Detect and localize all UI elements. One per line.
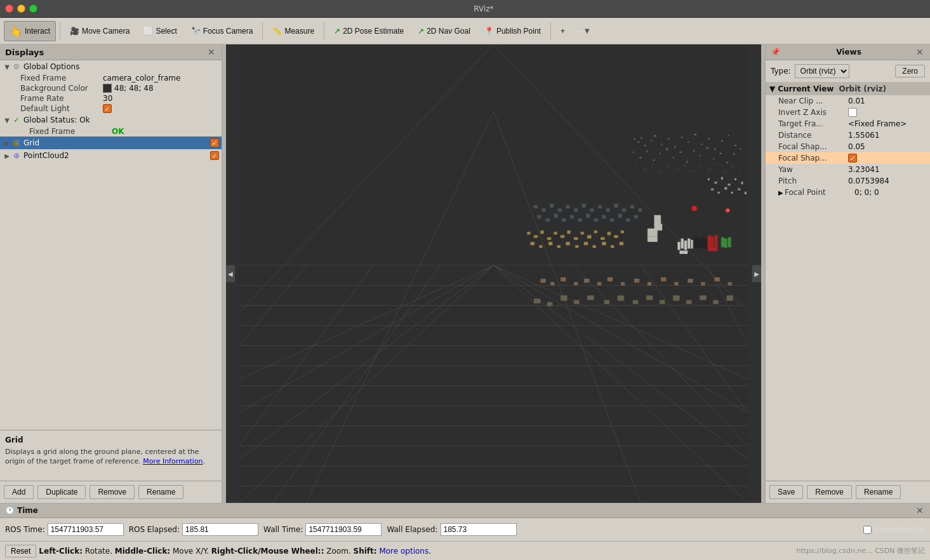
pitch-row: Pitch 0.0753984 <box>766 175 930 187</box>
grid-checkbox[interactable] <box>210 138 219 147</box>
current-view-header[interactable]: ▼ Current View Orbit (rviz) <box>766 83 930 95</box>
svg-rect-75 <box>700 165 702 167</box>
interact-button[interactable]: 👆 Interact <box>4 21 56 41</box>
svg-rect-92 <box>745 192 747 194</box>
default-light-checkbox[interactable] <box>103 104 112 113</box>
3d-viewport[interactable]: ◀ ▶ <box>226 44 761 503</box>
timebar-close-button[interactable]: ✕ <box>915 505 925 516</box>
experimental-checkbox[interactable] <box>863 526 872 534</box>
displays-buttons-area: Add Duplicate Remove Rename <box>0 481 222 503</box>
svg-rect-33 <box>637 142 639 143</box>
svg-rect-40 <box>674 146 675 148</box>
ros-elapsed-input[interactable] <box>182 523 258 536</box>
views-close-button[interactable]: ✕ <box>915 47 925 57</box>
ros-elapsed-group: ROS Elapsed: <box>129 523 258 536</box>
svg-rect-194 <box>602 215 606 218</box>
close-button[interactable] <box>5 4 13 13</box>
svg-rect-112 <box>566 242 569 245</box>
wall-elapsed-input[interactable] <box>441 523 517 536</box>
publish-point-button[interactable]: 📍 Publish Point <box>479 21 547 41</box>
svg-rect-0 <box>239 44 748 503</box>
displays-close-button[interactable]: ✕ <box>206 47 216 57</box>
svg-rect-60 <box>700 155 701 156</box>
focal-shape2-checkbox[interactable] <box>848 154 857 163</box>
frame-rate-label: Frame Rate <box>20 94 103 103</box>
bg-color-swatch <box>103 84 112 93</box>
svg-rect-195 <box>610 218 614 222</box>
svg-rect-69 <box>651 164 654 166</box>
invert-z-checkbox[interactable] <box>848 108 857 117</box>
more-info-link[interactable]: More Information <box>143 457 203 465</box>
distance-value: 1.55061 <box>848 131 925 140</box>
remove-view-button[interactable]: Remove <box>807 485 852 499</box>
near-clip-value: 0.01 <box>848 97 925 105</box>
pointcloud2-item[interactable]: ▶ ⊕ PointCloud2 <box>0 149 222 162</box>
minimize-button[interactable] <box>17 4 25 13</box>
svg-rect-91 <box>738 189 740 190</box>
svg-rect-137 <box>540 279 545 283</box>
svg-rect-132 <box>727 237 731 248</box>
yaw-value: 3.23041 <box>848 165 925 174</box>
pose-estimate-button[interactable]: ↗ 2D Pose Estimate <box>328 21 409 41</box>
svg-rect-148 <box>674 282 678 285</box>
maximize-button[interactable] <box>29 4 37 13</box>
displays-tree[interactable]: ▼ ⚙ Global Options Fixed Frame camera_co… <box>0 60 222 430</box>
grid-item[interactable]: ▶ ⊞ Grid <box>0 137 222 149</box>
select-button[interactable]: ⬜ Select <box>138 21 182 41</box>
svg-rect-79 <box>732 165 734 168</box>
separator-2 <box>262 22 263 40</box>
add-button[interactable]: Add <box>4 485 34 499</box>
target-frame-label: Target Fra... <box>778 119 848 128</box>
target-frame-row: Target Fra... <Fixed Frame> <box>766 118 930 130</box>
remove-button[interactable]: Remove <box>90 485 135 499</box>
svg-rect-121 <box>688 239 690 249</box>
ros-time-input[interactable] <box>48 523 124 536</box>
measure-button[interactable]: 📏 Measure <box>267 21 320 41</box>
reset-button[interactable]: Reset <box>5 545 36 557</box>
save-view-button[interactable]: Save <box>769 485 803 499</box>
views-type-select[interactable]: Orbit (rviz) <box>795 64 849 78</box>
views-spacer <box>766 282 930 481</box>
svg-rect-58 <box>686 161 688 163</box>
add-tool-button[interactable]: + <box>555 21 571 41</box>
svg-rect-143 <box>608 277 613 281</box>
zero-button[interactable]: Zero <box>895 65 925 77</box>
focus-camera-button[interactable]: 🔭 Focus Camera <box>185 21 259 41</box>
rename-button[interactable]: Rename <box>138 485 183 499</box>
statusbar-url: https://blog.csdn.ne... CSDN 微控笔记 <box>797 546 926 556</box>
svg-rect-56 <box>673 157 674 158</box>
statusbar-text: Left-Click: Rotate. Middle-Click: Move X… <box>39 547 794 556</box>
target-frame-value: <Fixed Frame> <box>848 119 925 128</box>
svg-rect-48 <box>727 135 729 136</box>
measure-label: Measure <box>284 27 314 36</box>
svg-rect-144 <box>621 282 625 285</box>
fixed-frame-value: camera_color_frame <box>103 74 180 83</box>
duplicate-button[interactable]: Duplicate <box>37 485 86 499</box>
svg-rect-78 <box>724 170 727 172</box>
toolbar-dropdown[interactable]: — ▼ <box>573 25 592 37</box>
viewport-collapse-left[interactable]: ◀ <box>226 265 235 283</box>
bg-color-value: 48; 48; 48 <box>114 84 154 93</box>
pitch-label: Pitch <box>778 177 848 185</box>
svg-rect-100 <box>574 237 578 240</box>
svg-rect-128 <box>714 235 717 247</box>
viewport-collapse-right[interactable]: ▶ <box>752 265 761 283</box>
wall-elapsed-label: Wall Elapsed: <box>387 525 437 534</box>
nav-goal-icon: ↗ <box>418 27 424 36</box>
wall-time-input[interactable] <box>305 523 382 536</box>
global-status-label: Global Status: Ok <box>23 116 219 124</box>
publish-point-label: Publish Point <box>496 27 541 36</box>
yaw-row: Yaw 3.23041 <box>766 164 930 175</box>
pointcloud2-checkbox[interactable] <box>210 151 219 160</box>
nav-goal-button[interactable]: ↗ 2D Nav Goal <box>412 21 476 41</box>
global-options-item[interactable]: ▼ ⚙ Global Options <box>0 60 222 73</box>
svg-rect-157 <box>534 299 541 303</box>
move-camera-button[interactable]: 🎥 Move Camera <box>64 21 135 41</box>
svg-rect-115 <box>592 245 595 248</box>
svg-rect-113 <box>575 245 578 248</box>
timebar: 🕐 Time ✕ ROS Time: ROS Elapsed: Wall Tim… <box>0 503 930 541</box>
rename-view-button[interactable]: Rename <box>856 485 901 499</box>
svg-rect-170 <box>713 300 718 304</box>
global-status-item[interactable]: ▼ ✓ Global Status: Ok <box>0 114 222 126</box>
svg-rect-38 <box>661 143 662 145</box>
